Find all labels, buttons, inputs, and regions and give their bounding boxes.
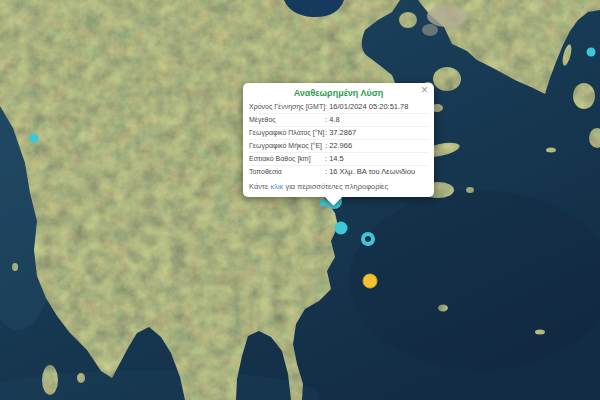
row-label: Μέγεθος — [249, 114, 325, 126]
close-icon[interactable]: × — [421, 84, 428, 96]
row-value: : 37.2867 — [325, 127, 428, 139]
island — [433, 67, 461, 91]
info-row-location: Τοποθεσία : 16 Χλμ. ΒΑ του Λεωνιδίου — [249, 165, 428, 178]
row-value: : 4.8 — [325, 114, 428, 126]
athens-urban-area — [422, 24, 438, 36]
island — [42, 365, 58, 395]
info-row-longitude: Γεωγραφικό Μήκος [°E] : 22.966 — [249, 139, 428, 152]
island — [546, 148, 556, 153]
island — [466, 187, 474, 193]
row-value: : 14.5 — [325, 153, 428, 165]
quake-marker-west[interactable] — [30, 134, 39, 143]
row-label: Τοποθεσία — [249, 166, 325, 178]
island — [399, 12, 417, 28]
info-row-origin-time: Χρόνος Γέννησης [GMT] : 16/01/2024 05:20… — [249, 101, 428, 113]
epicenter-marker-small[interactable] — [320, 200, 327, 207]
info-row-latitude: Γεωγραφικό Πλάτος [°N] : 37.2867 — [249, 126, 428, 139]
popup-title: Αναθεωρημένη Λύση — [249, 87, 428, 100]
quake-marker-coast[interactable] — [335, 222, 348, 235]
quake-marker-yellow[interactable] — [363, 274, 377, 288]
map-viewport: × Αναθεωρημένη Λύση Χρόνος Γέννησης [GMT… — [0, 0, 600, 400]
island — [438, 305, 448, 312]
row-value: : 16 Χλμ. ΒΑ του Λεωνιδίου — [325, 166, 428, 178]
athens-urban-area — [427, 5, 467, 27]
map-canvas[interactable] — [0, 0, 600, 400]
island — [77, 373, 85, 383]
more-info-link[interactable]: κλικ — [270, 182, 283, 191]
row-value: : 22.966 — [325, 140, 428, 152]
row-label: Γεωγραφικό Μήκος [°E] — [249, 140, 325, 152]
island — [12, 263, 18, 271]
island — [535, 330, 545, 335]
info-row-magnitude: Μέγεθος : 4.8 — [249, 113, 428, 126]
row-label: Γεωγραφικό Πλάτος [°N] — [249, 127, 325, 139]
row-value: : 16/01/2024 05:20:51.78 — [325, 101, 428, 113]
row-label: Χρόνος Γέννησης [GMT] — [249, 101, 325, 113]
quake-marker-east[interactable] — [587, 48, 596, 57]
footer-prefix: Κάντε — [249, 182, 270, 191]
row-label: Εστιακό Βάθος [km] — [249, 153, 325, 165]
info-row-depth: Εστιακό Βάθος [km] : 14.5 — [249, 152, 428, 165]
more-info-text: Κάντε κλικ για περισσότερες πληροφορίες — [249, 180, 428, 193]
sea-deep-patch — [350, 190, 600, 370]
island — [573, 83, 595, 109]
earthquake-info-popup: × Αναθεωρημένη Λύση Χρόνος Γέννησης [GMT… — [243, 83, 434, 197]
